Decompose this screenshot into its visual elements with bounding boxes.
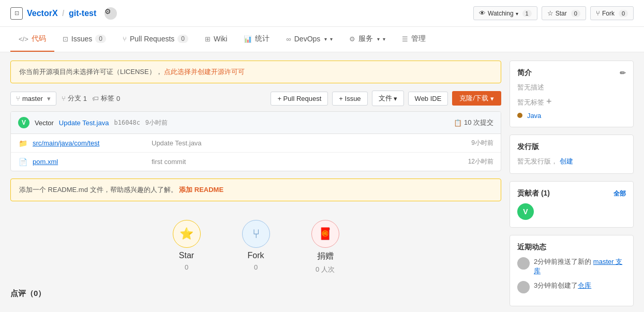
recent-avatar-1 xyxy=(517,257,530,270)
clone-btn[interactable]: 克隆/下载 xyxy=(452,91,501,106)
branch-stat-label: 分支 xyxy=(68,94,81,103)
tab-service[interactable]: ⚙ 服务 ▾ xyxy=(341,27,394,52)
stats-icon: 📊 xyxy=(244,35,252,43)
fork-stat-num: 0 xyxy=(254,263,258,271)
recent-item: 2分钟前推送了新的 master 支库 xyxy=(517,257,626,276)
donate-circle[interactable]: 🧧 xyxy=(311,220,339,248)
license-notice: 你当前开源项目尚未选择许可证（LICENSE）， 点此选择并创建开源许可可 xyxy=(10,61,501,83)
tab-stats-label: 统计 xyxy=(255,34,269,43)
file-row: 📁 src/main/java/com/test Update Test.jav… xyxy=(11,134,501,153)
repo-owner-link[interactable]: VectorX xyxy=(27,9,58,18)
issues-icon: ⊡ xyxy=(63,35,68,43)
sidebar-edit-icon[interactable]: ✏ xyxy=(620,69,626,77)
folder-icon: 📁 xyxy=(18,139,27,147)
sidebar-lang[interactable]: Java xyxy=(527,112,541,120)
star-button[interactable]: Star 0 xyxy=(542,6,586,20)
sidebar-add-tag-icon[interactable]: + xyxy=(546,96,552,107)
license-notice-text: 你当前开源项目尚未选择许可证（LICENSE）， xyxy=(19,68,162,76)
recent-item-text-2: 3分钟前创建了仓库 xyxy=(534,281,591,290)
tab-issues[interactable]: ⊡ Issues 0 xyxy=(54,27,114,51)
recent-item: 3分钟前创建了仓库 xyxy=(517,281,626,293)
sidebar-release-create-link[interactable]: 创建 xyxy=(560,157,573,165)
commit-message[interactable]: Update Test.java xyxy=(59,119,109,127)
header-left: ⊡ VectorX / git-test ⚙ xyxy=(10,7,117,20)
watch-button[interactable]: Watching 1 xyxy=(473,6,537,20)
sidebar-intro-title: 简介 xyxy=(517,68,532,78)
tab-pulls[interactable]: ⑂ Pull Requests 0 xyxy=(114,27,197,51)
repo-title: VectorX / git-test xyxy=(27,9,96,18)
commit-username: Vector xyxy=(35,119,54,127)
pull-request-btn[interactable]: + Pull Request xyxy=(271,92,328,106)
readme-banner-link[interactable]: 添加 README xyxy=(179,186,223,194)
donate-stat-num: 0 人次 xyxy=(316,265,335,274)
sidebar-release-empty: 暂无发行版， xyxy=(517,157,558,165)
devops-chevron-icon: ▾ xyxy=(324,36,327,42)
branch-select[interactable]: ⑂ master xyxy=(10,92,56,106)
comment-title: 点评（0） xyxy=(10,289,46,298)
repo-name-link[interactable]: git-test xyxy=(69,9,96,18)
fork-button[interactable]: Fork 0 xyxy=(590,6,634,20)
branch-stat-count: 1 xyxy=(83,95,87,102)
header-actions: Watching 1 Star 0 Fork 0 xyxy=(473,6,634,20)
manage-icon: ☰ xyxy=(402,35,408,43)
star-circle[interactable]: ⭐ xyxy=(173,220,201,248)
star-stat-num: 0 xyxy=(185,263,188,271)
nav-tabs: </> 代码 ⊡ Issues 0 ⑂ Pull Requests 0 ⊞ Wi… xyxy=(0,27,644,52)
branch-stat: ⑂ 分支 1 xyxy=(62,94,87,103)
sidebar: 简介 ✏ 暂无描述 暂无标签 + Java 发行版 暂无发行版， 创建 xyxy=(510,61,634,306)
pulls-badge: 0 xyxy=(177,35,188,43)
readme-banner: 添加一个 README.md 文件，帮助感兴趣的人了解。 添加 README xyxy=(10,179,501,201)
sidebar-intro-heading: 简介 ✏ xyxy=(517,68,626,78)
file-name-link[interactable]: src/main/java/com/test xyxy=(33,139,146,147)
file-commit-msg: first commit xyxy=(152,158,463,166)
comment-section: 点评（0） xyxy=(10,285,501,303)
main-content: 你当前开源项目尚未选择许可证（LICENSE）， 点此选择并创建开源许可可 ⑂ … xyxy=(10,61,501,306)
sidebar-lang-row: Java xyxy=(517,111,626,120)
recent-repo-link[interactable]: 仓库 xyxy=(578,281,591,289)
star-count: 0 xyxy=(571,10,580,17)
sidebar-no-desc: 暂无描述 xyxy=(517,83,626,92)
sidebar-contributors-title: 贡献者 (1) xyxy=(517,189,550,198)
tab-issues-label: Issues xyxy=(71,35,92,43)
star-stat-label: Star xyxy=(179,251,194,260)
tab-devops[interactable]: ∞ DevOps ▾ xyxy=(278,27,341,51)
fork-icon xyxy=(596,9,600,17)
fork-circle[interactable]: ⑂ xyxy=(242,220,270,248)
webide-btn[interactable]: Web IDE xyxy=(408,92,448,106)
main-container: 你当前开源项目尚未选择许可证（LICENSE）， 点此选择并创建开源许可可 ⑂ … xyxy=(0,52,644,312)
repo-settings-icon[interactable]: ⚙ xyxy=(104,7,117,20)
commit-count[interactable]: 📋 10 次提交 xyxy=(454,118,493,127)
contributor-avatar[interactable]: V xyxy=(517,203,534,220)
tab-devops-label: DevOps xyxy=(294,35,321,43)
sidebar-no-tag-text: 暂无标签 xyxy=(517,98,544,106)
tab-code[interactable]: </> 代码 xyxy=(10,27,54,52)
branch-name: master xyxy=(22,95,43,102)
issue-btn[interactable]: + Issue xyxy=(332,92,367,106)
tab-pulls-label: Pull Requests xyxy=(130,35,174,43)
tag-stat-label: 标签 xyxy=(101,94,114,103)
tab-stats[interactable]: 📊 统计 xyxy=(235,27,278,52)
tab-wiki[interactable]: ⊞ Wiki xyxy=(197,27,235,51)
service-chevron-icon: ▾ xyxy=(377,36,380,42)
sidebar-contributors-heading: 贡献者 (1) 全部 xyxy=(517,189,626,198)
service-icon: ⚙ xyxy=(349,35,355,43)
watch-chevron-icon xyxy=(516,10,518,17)
repo-toolbar: ⑂ master ⑂ 分支 1 🏷 标签 0 + Pull Request + … xyxy=(10,91,501,106)
sidebar-release-heading: 发行版 xyxy=(517,142,626,152)
file-btn[interactable]: 文件 xyxy=(372,91,404,106)
license-notice-link[interactable]: 点此选择并创建开源许可可 xyxy=(164,68,245,76)
watch-label: Watching xyxy=(488,10,514,17)
sidebar-no-tag: 暂无标签 + xyxy=(517,96,626,107)
recent-item-text-1: 2分钟前推送了新的 master 支库 xyxy=(534,257,626,276)
sidebar-contributors-all-link[interactable]: 全部 xyxy=(613,189,626,198)
tag-stat: 🏷 标签 0 xyxy=(92,94,120,103)
recent-branch-link[interactable]: master 支库 xyxy=(534,258,622,275)
file-name-link[interactable]: pom.xml xyxy=(33,158,146,166)
file-commit-msg: Update Test.java xyxy=(152,139,466,147)
eye-icon xyxy=(479,9,486,17)
separator: / xyxy=(62,9,67,18)
tab-manage[interactable]: ☰ 管理 xyxy=(394,27,434,52)
commit-header: V Vector Update Test.java b16048c 9小时前 📋… xyxy=(11,112,501,134)
lang-dot xyxy=(517,113,522,118)
sidebar-contributors: 贡献者 (1) 全部 V xyxy=(510,181,634,228)
